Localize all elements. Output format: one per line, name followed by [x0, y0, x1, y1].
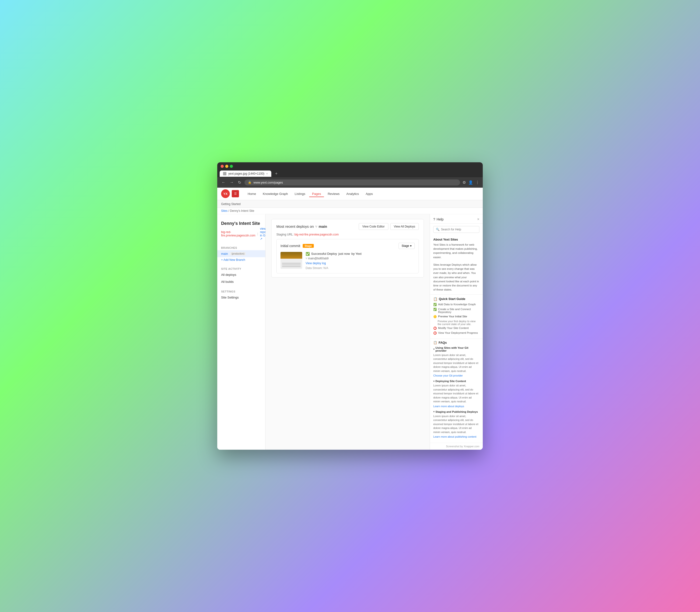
- top-nav: YX ☰ Home Knowledge Graph Listings Pages…: [217, 187, 483, 200]
- logo-area: YX ☰: [221, 189, 239, 198]
- branch-main-badge: (production): [230, 252, 245, 255]
- reload-button[interactable]: ↻: [237, 179, 242, 186]
- site-title: Denny's Intent Site: [221, 221, 261, 226]
- faq-text-0: Lorem ipsum dolor sit amet, consectetur …: [433, 353, 480, 373]
- deploy-title-text: Most recent deploys on: [276, 224, 314, 228]
- thumb-row-3: [282, 266, 301, 267]
- tab-favicon: [223, 172, 226, 175]
- qs-check-3: ⭕: [433, 326, 437, 330]
- faq-item-header-1[interactable]: ▾ Deploying Site Content: [433, 380, 480, 382]
- extensions-icon[interactable]: ⚙: [462, 180, 466, 185]
- commit-hash-text: ⑂ main@bd60ab9: [305, 257, 329, 260]
- deploy-section: Most recent deploys on ⑂ main View Code …: [271, 219, 424, 278]
- nav-listings[interactable]: Listings: [292, 191, 308, 197]
- commit-title: Initial commit Stage: [281, 244, 314, 248]
- deploy-header: Most recent deploys on ⑂ main View Code …: [276, 223, 419, 230]
- thumb-row-2: [282, 264, 301, 265]
- main-content: Most recent deploys on ⑂ main View Code …: [266, 214, 430, 450]
- stage-button[interactable]: Stage ▾: [399, 243, 415, 249]
- nav-reviews[interactable]: Reviews: [325, 191, 343, 197]
- qs-check-0: ✅: [433, 303, 437, 306]
- faq-item-2: ▾ Staging and Publishing Deploys Lorem i…: [433, 411, 480, 439]
- sidebar-all-builds[interactable]: All builds: [217, 278, 265, 285]
- help-title: ? Help: [433, 217, 444, 221]
- faq-item-header-0[interactable]: ▾ Using Sites with Your Git provider: [433, 346, 480, 352]
- qs-item-0: ✅ Add Data to Knowledge Graph: [433, 303, 480, 306]
- help-header: ? Help ×: [430, 214, 483, 224]
- about-section: About Yext Sites Yext Sites is a framewo…: [430, 235, 483, 295]
- sidebar: Denny's Intent Site big-red-fire.preview…: [217, 214, 266, 450]
- maximize-dot[interactable]: [230, 165, 233, 168]
- add-new-branch[interactable]: + Add New Branch: [217, 257, 265, 263]
- close-dot[interactable]: [220, 165, 224, 168]
- nav-analytics[interactable]: Analytics: [343, 191, 362, 197]
- view-code-editor-button[interactable]: View Code Editor: [359, 223, 388, 230]
- pages-icon[interactable]: ☰: [232, 190, 239, 197]
- sidebar-all-deploys[interactable]: All deploys: [217, 271, 265, 278]
- sidebar-site-settings[interactable]: Site Settings: [217, 294, 265, 301]
- branch-main-label: main: [221, 252, 228, 255]
- nav-pages[interactable]: Pages: [309, 191, 324, 197]
- search-icon: 🔍: [436, 228, 440, 231]
- subnav: Getting Started: [217, 200, 483, 208]
- help-close-button[interactable]: ×: [477, 217, 480, 221]
- help-title-text: Help: [437, 217, 444, 221]
- faq-link-2[interactable]: Learn more about publishing content: [433, 435, 476, 438]
- qs-label-4: View Your Deployment Progress: [438, 331, 478, 334]
- stage-chevron-icon: ▾: [410, 244, 412, 248]
- qs-check-4: ⭕: [433, 331, 437, 335]
- faq-icon: 📋: [433, 341, 437, 344]
- view-all-deploys-button[interactable]: View All Deploys: [390, 223, 419, 230]
- site-url-link[interactable]: big-red-fire.preview.pagescdn.com: [221, 231, 255, 237]
- about-text-2: Sites leverage Deploys which allow you t…: [433, 263, 480, 292]
- faq-item-header-2[interactable]: ▾ Staging and Publishing Deploys: [433, 411, 480, 413]
- main-layout: Denny's Intent Site big-red-fire.preview…: [217, 214, 483, 450]
- nav-home[interactable]: Home: [245, 191, 259, 197]
- menu-icon[interactable]: ⋮: [475, 180, 480, 185]
- nav-knowledge-graph[interactable]: Knowledge Graph: [260, 191, 291, 197]
- back-button[interactable]: ←: [220, 179, 226, 185]
- faq-header-text-2: Staging and Publishing Deploys: [435, 411, 478, 413]
- commit-hash: ⑂ main@bd60ab9: [305, 257, 415, 260]
- profile-icon[interactable]: 👤: [468, 180, 473, 185]
- staging-url-link[interactable]: big-red-fire.preview.pagescdn.com: [295, 233, 339, 236]
- faq-chevron-2: ▾: [433, 411, 434, 413]
- faq-title: FAQs: [439, 341, 447, 344]
- tab-title: yext pages.jpg (1440×1100): [228, 172, 264, 175]
- sidebar-branch-main[interactable]: main (production): [217, 250, 265, 257]
- view-deploy-log[interactable]: View deploy log: [305, 262, 415, 265]
- tab-close-button[interactable]: ×: [266, 172, 268, 175]
- faq-text-2: Lorem ipsum dolor sit amet, consectetur …: [433, 414, 480, 434]
- address-bar[interactable]: 🔒 www.yext.com/pages: [244, 179, 460, 185]
- subnav-getting-started[interactable]: Getting Started: [221, 203, 241, 206]
- nav-apps[interactable]: Apps: [363, 191, 376, 197]
- by-text: by Yext: [352, 252, 361, 255]
- yext-logo[interactable]: YX: [221, 189, 230, 198]
- new-tab-button[interactable]: +: [273, 170, 280, 177]
- status-text: Successful Deploy: [311, 252, 337, 255]
- faq-text-1: Lorem ipsum dolor sit amet, consectetur …: [433, 384, 480, 404]
- time-text: just now: [339, 252, 350, 255]
- faq-link-0[interactable]: Choose your Git provider: [433, 374, 463, 377]
- browser-toolbar: ← → ↻ 🔒 www.yext.com/pages ⚙ 👤 ⋮: [217, 177, 483, 187]
- quickstart-section: 📋 Quick Start Guide ✅ Add Data to Knowle…: [430, 295, 483, 339]
- help-search-input[interactable]: [441, 228, 477, 231]
- commit-card: Initial commit Stage Stage ▾: [276, 239, 419, 274]
- minimize-dot[interactable]: [225, 165, 228, 168]
- deploy-thumbnail: [281, 252, 302, 269]
- active-tab[interactable]: yext pages.jpg (1440×1100) ×: [220, 170, 271, 177]
- quickstart-title-text: Quick Start Guide: [439, 297, 466, 301]
- url-text: www.yext.com/pages: [254, 181, 283, 184]
- quickstart-title: 📋 Quick Start Guide: [433, 297, 480, 301]
- check-icon: ✅: [305, 252, 310, 256]
- faq-link-1[interactable]: Learn more about deploys: [433, 405, 464, 408]
- help-panel: ? Help × 🔍 About Yext Sites Yext Sites i…: [430, 214, 483, 450]
- help-search-bar[interactable]: 🔍: [433, 226, 480, 233]
- app-container: YX ☰ Home Knowledge Graph Listings Pages…: [217, 187, 483, 450]
- breadcrumb-sites[interactable]: Sites: [221, 209, 228, 212]
- browser-dots: [220, 165, 233, 168]
- forward-button[interactable]: →: [229, 179, 234, 185]
- faq-chevron-1: ▾: [433, 380, 434, 382]
- qs-item-4: ⭕ View Your Deployment Progress: [433, 331, 480, 335]
- commit-title-text: Initial commit: [281, 244, 300, 248]
